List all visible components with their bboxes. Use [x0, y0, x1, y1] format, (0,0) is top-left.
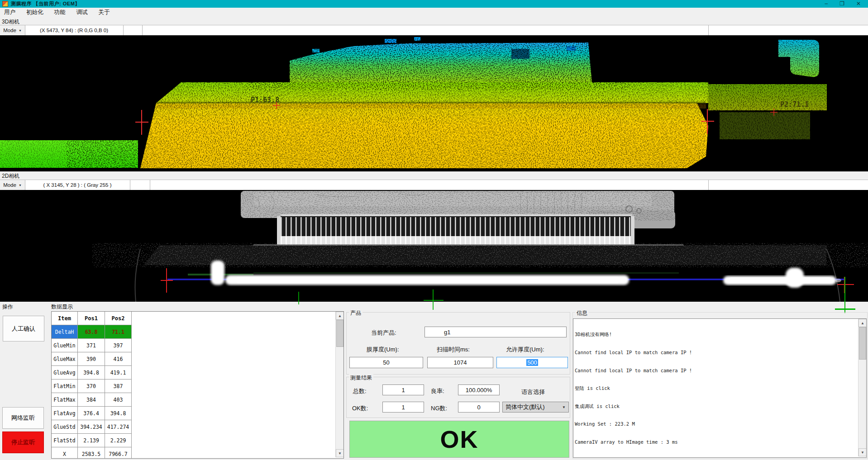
log-line: 等到3D取到灰度图数据。 — [575, 457, 857, 458]
green-cross-v — [844, 277, 845, 313]
grayscale-image — [0, 190, 868, 302]
scan-time-field[interactable] — [427, 357, 493, 368]
table-row[interactable]: FlatAvg376.4394.8 — [52, 407, 132, 420]
camera2d-label: 2D相机 — [2, 172, 19, 180]
film-thickness-field[interactable] — [349, 357, 423, 368]
heightmap-image: P1:63.8 P2:71.1 — [0, 35, 868, 171]
green-cross-h — [835, 308, 855, 310]
scan-time-label: 扫描时间ms: — [437, 346, 470, 354]
maximize-button[interactable]: ❐ — [839, 0, 844, 8]
menu-function[interactable]: 功能 — [54, 9, 66, 16]
chevron-down-icon: ▼ — [19, 184, 22, 187]
table-row[interactable]: FlatStd2.1392.229 — [52, 434, 132, 447]
ok-count-field[interactable] — [382, 402, 424, 413]
log-scrollbar[interactable]: ▲ ▼ — [858, 319, 866, 456]
yield-field[interactable] — [458, 384, 500, 395]
menu-bar: 用户 初始化 功能 调试 关于 — [0, 8, 868, 17]
yield-label: 良率: — [431, 387, 444, 395]
total-field[interactable] — [382, 384, 424, 395]
ng-count-field[interactable] — [458, 402, 500, 413]
table-row[interactable]: GlueAvg394.8419.1 — [52, 366, 132, 379]
title-bar: 测膜程序 【当前用户: OEM】 – ❐ ✕ — [0, 0, 868, 8]
scrollbar-thumb[interactable] — [859, 327, 866, 360]
ng-count-label: NG数: — [431, 404, 447, 413]
operation-label: 操作 — [2, 303, 13, 311]
green-tick — [298, 292, 299, 304]
result-status-banner: OK — [349, 421, 569, 458]
green-cross-h — [424, 300, 444, 301]
app-window: 测膜程序 【当前用户: OEM】 – ❐ ✕ 用户 初始化 功能 调试 关于 3… — [0, 0, 868, 460]
table-row[interactable]: X2583.57966.7 — [52, 447, 132, 459]
menu-user[interactable]: 用户 — [4, 9, 15, 16]
scroll-up-icon[interactable]: ▲ — [858, 319, 867, 327]
stop-listen-button[interactable]: 停止监听 — [2, 432, 44, 453]
allow-thickness-label: 允许厚度(Um): — [506, 346, 544, 354]
network-listen-button[interactable]: 网络监听 — [2, 407, 44, 429]
language-label: 语言选择 — [521, 388, 545, 396]
chevron-down-icon: ▼ — [562, 405, 566, 409]
log-line: CameraIV array to HImage time : 3 ms — [575, 439, 857, 445]
log-line: 3D相机没有网络! — [575, 332, 857, 337]
minimize-button[interactable]: – — [825, 0, 828, 8]
app-icon — [2, 1, 8, 7]
log-line: Working Set : 223.2 M — [575, 421, 857, 427]
log-line: 登陆 is click — [575, 385, 857, 391]
camera3d-mode-button[interactable]: Mode ▼ — [0, 25, 25, 35]
table-header: Item Pos1 Pos2 — [52, 312, 132, 325]
table-row[interactable]: GlueStd394.234417.274 — [52, 420, 132, 434]
current-product-label: 当前产品: — [371, 329, 396, 337]
results-label: 测量结果 — [349, 374, 373, 382]
camera2d-pixel-readout: ( X 3145, Y 28 ) : ( Gray 255 ) — [25, 180, 130, 190]
table-row[interactable]: GlueMin371397 — [52, 339, 132, 352]
info-label: 信息 — [575, 309, 589, 317]
camera3d-view[interactable]: P1:63.8 P2:71.1 — [0, 35, 868, 171]
table-scrollbar[interactable]: ▲ ▼ — [335, 312, 343, 457]
window-title: 测膜程序 【当前用户: OEM】 — [11, 0, 80, 7]
ok-count-label: OK数: — [352, 404, 368, 413]
log-line: Cannot find local IP to match camera IP … — [575, 350, 857, 356]
annotation-p1: P1:63.8 — [251, 96, 279, 104]
log-panel[interactable]: 3D相机没有网络! Cannot find local IP to match … — [573, 318, 867, 458]
menu-init[interactable]: 初始化 — [26, 9, 43, 16]
allow-thickness-field[interactable]: 500 — [496, 357, 568, 368]
data-display-label: 数据显示 — [51, 303, 73, 311]
camera3d-pixel-readout: (X 5473, Y 84) : (R 0,G 0,B 0) — [25, 25, 124, 35]
scroll-down-icon[interactable]: ▼ — [336, 449, 344, 457]
annotation-p2: P2:71.1 — [780, 100, 809, 109]
table-row[interactable]: GlueMax390416 — [52, 352, 132, 366]
table-row[interactable]: DeltaH63.871.1 — [52, 325, 132, 339]
measure-cross-left — [161, 268, 173, 293]
product-label: 产品 — [349, 309, 362, 317]
log-line: 集成调试 is click — [575, 403, 857, 409]
table-row[interactable]: FlatMax384403 — [52, 393, 132, 407]
film-thickness-label: 膜厚度(Um): — [367, 346, 399, 354]
close-button[interactable]: ✕ — [856, 0, 861, 8]
current-product-field[interactable] — [424, 327, 567, 337]
log-text: 3D相机没有网络! Cannot find local IP to match … — [575, 320, 857, 458]
menu-debug[interactable]: 调试 — [76, 9, 88, 16]
camera2d-view[interactable] — [0, 190, 868, 302]
camera2d-mode-button[interactable]: Mode ▼ — [0, 180, 25, 190]
scrollbar-thumb[interactable] — [336, 320, 343, 347]
total-label: 总数: — [353, 387, 367, 395]
log-line: Cannot find local IP to match camera IP … — [575, 368, 857, 374]
chevron-down-icon: ▼ — [19, 29, 22, 32]
table-row[interactable]: FlatMin370387 — [52, 379, 132, 393]
scroll-up-icon[interactable]: ▲ — [336, 312, 344, 320]
camera3d-mode-bar: Mode ▼ (X 5473, Y 84) : (R 0,G 0,B 0) — [0, 25, 868, 36]
data-table: Item Pos1 Pos2 DeltaH63.871.1 GlueMin371… — [51, 311, 344, 459]
camera2d-mode-bar: Mode ▼ ( X 3145, Y 28 ) : ( Gray 255 ) — [0, 180, 868, 190]
manual-confirm-button[interactable]: 人工确认 — [3, 316, 44, 341]
language-select[interactable]: 简体中文(默认) ▼ — [502, 402, 569, 413]
menu-about[interactable]: 关于 — [99, 9, 110, 16]
scroll-down-icon[interactable]: ▼ — [858, 448, 867, 456]
